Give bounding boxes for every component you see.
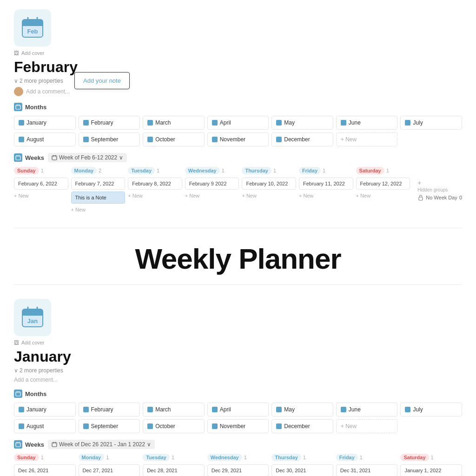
- date-card-mon-feb[interactable]: February 7, 2022: [71, 178, 126, 190]
- month-aug-feb[interactable]: August: [14, 132, 76, 146]
- new-month-jan[interactable]: + New: [336, 419, 398, 433]
- svg-rect-22: [16, 392, 20, 396]
- month-aug-jan[interactable]: August: [14, 419, 76, 433]
- day-label-wed: Wednesday: [185, 167, 220, 174]
- day-label-fri-jan: Friday: [336, 454, 358, 461]
- date-card-mon-jan[interactable]: Dec 27, 2021: [79, 464, 140, 476]
- month-dec-jan[interactable]: December: [271, 419, 333, 433]
- date-card-sun-feb[interactable]: February 6, 2022: [14, 178, 68, 190]
- day-col-mon-jan: Monday 1 Dec 27, 2021 + New: [79, 454, 140, 476]
- day-label-fri: Friday: [299, 167, 321, 174]
- month-dot: [147, 407, 153, 412]
- month-dot: [212, 423, 218, 429]
- date-card-thu-jan[interactable]: Dec 30, 2021: [271, 464, 333, 476]
- month-dot: [276, 120, 282, 126]
- new-fri-feb[interactable]: + New: [299, 192, 353, 200]
- new-wed-feb[interactable]: + New: [185, 192, 239, 200]
- month-dot: [405, 407, 410, 412]
- date-card-tue-jan[interactable]: Dec 28, 2021: [143, 464, 205, 476]
- month-jul-jan[interactable]: July: [400, 403, 462, 416]
- day-label-tue: Tuesday: [128, 167, 155, 174]
- month-jan-jan[interactable]: January: [14, 403, 76, 416]
- month-dot: [405, 120, 410, 126]
- week-range-jan[interactable]: Week of Dec 26 2021 - Jan 1 2022 ∨: [48, 440, 155, 449]
- day-label-sat: Saturday: [356, 167, 384, 174]
- day-count-sat-jan: 1: [431, 455, 434, 460]
- comment-row-jan[interactable]: Add a comment...: [14, 377, 462, 383]
- month-may-feb[interactable]: May: [271, 116, 333, 130]
- day-count-fri: 1: [323, 168, 325, 173]
- date-card-sun-jan[interactable]: Dec 26, 2021: [14, 464, 76, 476]
- new-mon-feb[interactable]: + New: [71, 205, 126, 214]
- svg-rect-2: [22, 24, 43, 26]
- day-count-fri-jan: 1: [360, 455, 363, 460]
- month-jun-jan[interactable]: June: [336, 403, 398, 416]
- note-card-mon-feb[interactable]: This is a Note: [71, 192, 126, 204]
- date-card-wed-jan[interactable]: Dec 29, 2021: [207, 464, 269, 476]
- new-month-feb[interactable]: + New: [336, 132, 398, 146]
- month-dot: [276, 423, 282, 429]
- add-cover-feb[interactable]: 🖼 Add cover: [14, 50, 462, 56]
- month-sep-jan[interactable]: September: [79, 419, 140, 433]
- page-title-jan[interactable]: January: [14, 348, 462, 365]
- day-count-tue-jan: 1: [172, 455, 174, 460]
- add-day-group-btn[interactable]: +: [415, 178, 424, 187]
- month-apr-jan[interactable]: April: [207, 403, 269, 416]
- date-card-sat-jan[interactable]: January 1, 2022: [400, 464, 462, 476]
- svg-rect-6: [16, 105, 20, 109]
- month-dot: [212, 407, 218, 412]
- note-popup[interactable]: Add your note: [74, 72, 130, 89]
- svg-rect-28: [52, 443, 57, 447]
- month-jan-feb[interactable]: January: [14, 116, 76, 130]
- add-cover-jan[interactable]: 🖼 Add cover: [14, 340, 462, 345]
- feb-icon-box: Feb: [14, 9, 51, 46]
- month-may-jan[interactable]: May: [271, 403, 333, 416]
- month-apr-feb[interactable]: April: [207, 116, 269, 130]
- new-tue-feb[interactable]: + New: [128, 192, 182, 200]
- month-sep-feb[interactable]: September: [79, 132, 140, 146]
- calendar-icon-jan: Jan: [20, 305, 45, 330]
- month-feb-feb[interactable]: February: [79, 116, 140, 130]
- day-count-sun-jan: 1: [41, 455, 44, 460]
- month-oct-feb[interactable]: October: [143, 132, 205, 146]
- svg-rect-9: [16, 156, 20, 160]
- month-jun-feb[interactable]: June: [336, 116, 398, 130]
- date-card-sat-feb[interactable]: February 12, 2022: [356, 178, 410, 190]
- day-count-mon: 2: [99, 168, 101, 173]
- month-nov-jan[interactable]: November: [207, 419, 269, 433]
- week-range-feb[interactable]: Week of Feb 6-12 2022 ∨: [48, 153, 127, 162]
- svg-rect-25: [16, 443, 20, 447]
- calendar-small-icon: [52, 155, 57, 160]
- date-card-fri-feb[interactable]: February 11, 2022: [299, 178, 353, 190]
- date-card-tue-feb[interactable]: February 8, 2022: [128, 178, 182, 190]
- day-count-mon-jan: 1: [106, 455, 109, 460]
- day-label-sun-jan: Sunday: [14, 454, 39, 461]
- months-grid-feb: January February March April May June: [14, 116, 462, 146]
- month-oct-jan[interactable]: October: [143, 419, 205, 433]
- month-dot: [83, 423, 89, 429]
- day-col-mon-feb: Monday 2 February 7, 2022 This is a Note…: [71, 167, 126, 214]
- day-count-thu: 1: [273, 168, 276, 173]
- big-title: Weekly Planner: [14, 242, 462, 275]
- jan-icon-box: Jan: [14, 299, 51, 336]
- months-icon-feb: [14, 103, 22, 111]
- new-thu-feb[interactable]: + New: [242, 192, 296, 200]
- new-sun-feb[interactable]: + New: [14, 192, 68, 200]
- new-sat-feb[interactable]: + New: [356, 192, 410, 200]
- january-section: Jan 🖼 Add cover January ∨ 2 more propert…: [14, 294, 462, 476]
- month-dot: [83, 407, 89, 412]
- date-card-fri-jan[interactable]: Dec 31, 2021: [336, 464, 398, 476]
- month-nov-feb[interactable]: November: [207, 132, 269, 146]
- date-card-wed-feb[interactable]: February 9 2022: [185, 178, 239, 190]
- month-jul-feb[interactable]: July: [400, 116, 462, 130]
- svg-text:Jan: Jan: [27, 317, 38, 324]
- calendar-icon-feb: Feb: [20, 16, 45, 40]
- months-section-header-feb: Months: [14, 103, 462, 111]
- more-properties-jan[interactable]: ∨ 2 more properties: [14, 367, 462, 374]
- month-feb-jan[interactable]: February: [79, 403, 140, 416]
- month-mar-feb[interactable]: March: [143, 116, 205, 130]
- month-dot: [19, 423, 24, 429]
- month-dec-feb[interactable]: December: [271, 132, 333, 146]
- month-mar-jan[interactable]: March: [143, 403, 205, 416]
- date-card-thu-feb[interactable]: February 10, 2022: [242, 178, 296, 190]
